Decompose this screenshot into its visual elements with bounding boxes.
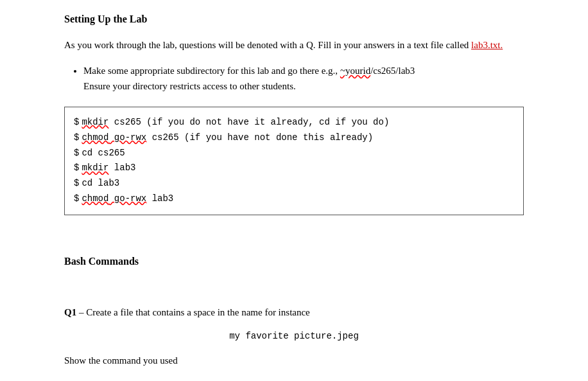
cmd-mkdir-lab3: mkdir — [82, 163, 108, 173]
code-line-4: $mkdir lab3 — [74, 161, 514, 176]
q1-filename: my favorite picture.jpeg — [229, 331, 359, 341]
bullet-line1-text: Make some appropriate subdirectory for t… — [83, 66, 340, 76]
bullet-item-1: Make some appropriate subdirectory for t… — [83, 63, 524, 94]
page-container: Setting Up the Lab As you work through t… — [64, 12, 524, 368]
setup-bullet-list: Make some appropriate subdirectory for t… — [83, 63, 524, 94]
q1-paragraph: Q1 – Create a file that contains a space… — [64, 305, 524, 320]
bash-section: Bash Commands Q1 – Create a file that co… — [64, 254, 524, 368]
cmd-go-rwx-cs265: go-rwx — [108, 132, 146, 143]
dollar-sign-1: $ — [74, 117, 79, 127]
cmd-chmod-cs265: chmod — [82, 132, 108, 143]
file-link[interactable]: lab3.txt. — [471, 40, 503, 50]
spacer-1 — [64, 235, 524, 247]
q1-dash: – — [76, 307, 86, 317]
setup-code-block: $mkdir cs265 (if you do not have it alre… — [64, 107, 524, 215]
spacer-2 — [64, 279, 524, 292]
code-line-5: $cd lab3 — [74, 176, 514, 191]
q1-code-example: my favorite picture.jpeg — [64, 330, 524, 343]
bullet-path-after: /cs265/lab3 — [370, 66, 415, 76]
q1-text: Create a file that contains a space in t… — [86, 307, 310, 317]
dollar-sign-5: $ — [74, 178, 79, 188]
show-command-text: Show the command you used — [64, 353, 524, 368]
comment-2: (if you have not done this already) — [179, 132, 373, 143]
cmd-cd-cs265: cd cs265 — [82, 148, 125, 158]
intro-paragraph: As you work through the lab, questions w… — [64, 37, 524, 53]
cmd-mkdir-cs265: mkdir — [82, 117, 108, 127]
dollar-sign-3: $ — [74, 148, 79, 158]
cmd-cd-lab3: cd lab3 — [82, 178, 119, 188]
dollar-sign-4: $ — [74, 163, 79, 173]
cmd-chmod-cs265-arg: cs265 — [146, 132, 178, 143]
dollar-sign-2: $ — [74, 132, 79, 143]
bullet-line2-text: Ensure your directory restricts access t… — [83, 81, 296, 91]
cmd-go-rwx-lab3: go-rwx — [108, 193, 146, 204]
code-line-6: $chmod go-rwx lab3 — [74, 191, 514, 207]
section-title-bash: Bash Commands — [64, 254, 524, 269]
comment-1: (if you do not have it already, cd if yo… — [141, 117, 389, 127]
code-line-2: $chmod go-rwx cs265 (if you have not don… — [74, 130, 514, 146]
intro-text: As you work through the lab, questions w… — [64, 40, 469, 50]
dollar-sign-6: $ — [74, 193, 79, 204]
code-line-1: $mkdir cs265 (if you do not have it alre… — [74, 115, 514, 130]
cmd-chmod-lab3: chmod — [82, 193, 108, 204]
cmd-chmod-lab3-arg: lab3 — [146, 193, 173, 204]
yourid-text: ~yourid — [340, 66, 370, 76]
section-title-setup: Setting Up the Lab — [64, 12, 524, 27]
q1-label: Q1 — [64, 307, 76, 317]
cmd-mkdir-cs265-arg: cs265 — [108, 117, 141, 127]
code-line-3: $cd cs265 — [74, 146, 514, 161]
cmd-mkdir-lab3-arg: lab3 — [108, 163, 135, 173]
